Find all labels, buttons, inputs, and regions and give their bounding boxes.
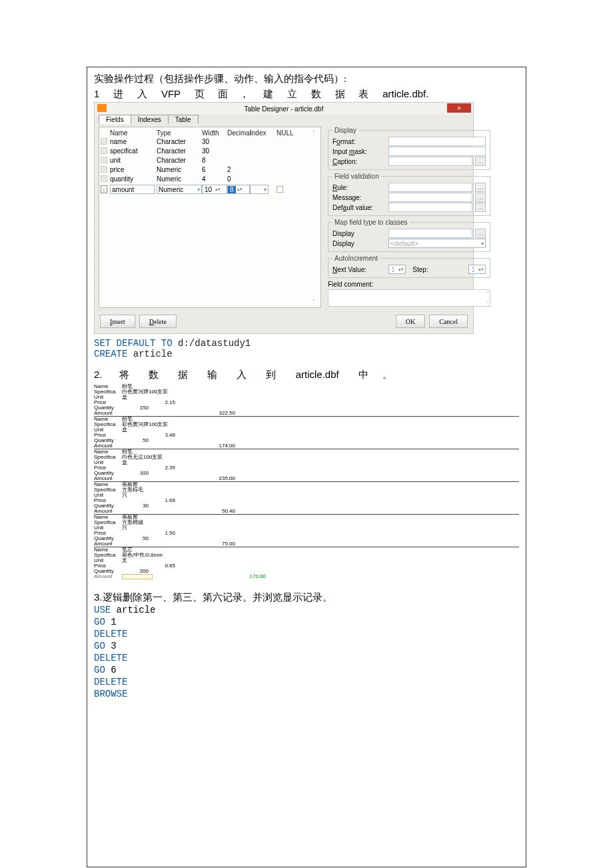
mask-input[interactable] [388,147,486,156]
legend: Field validation [332,173,381,180]
cell: 8 [202,157,227,164]
window-title: Table Designer - article.dbf [245,105,324,113]
col-null: NULL [277,129,299,137]
scroll-down-icon[interactable]: ˅ [486,301,489,307]
next-spinner[interactable]: 1▴▾ [388,265,406,274]
t: 据 [178,369,188,380]
t: 数 [311,88,321,99]
grid-header: Name Type Width Decimal Index NULL [99,127,320,137]
vfp-icon [97,104,107,112]
cell: 6 [202,166,227,173]
cancel-button[interactable]: Cancel [429,315,468,328]
display-group: Display Format: Input mask: Caption:… [328,127,490,170]
document-title: 实验操作过程（包括操作步骤、动作、输入的指令代码）: [94,73,519,85]
field-row[interactable]: name Character 30 [99,137,320,146]
tab-indexes[interactable]: Indexes [131,115,169,124]
scroll-up-icon[interactable]: ˄ [312,130,319,136]
default-browse-button[interactable]: … [475,203,486,212]
t: 1 [94,88,99,99]
spinner-arrows-icon[interactable]: ▴▾ [477,267,485,271]
cell: Character [157,138,202,145]
spin-value: 10 [203,186,214,193]
comment-textarea[interactable] [328,289,490,307]
row-move-icon[interactable]: ↕ [101,185,107,193]
caption-browse-button[interactable]: … [475,157,486,166]
keyword: CREATE [94,349,133,359]
step-spinner[interactable]: 1▴▾ [468,265,486,274]
type-combo[interactable]: Numeric ▾ [157,185,202,194]
t: 入 [237,369,247,380]
tab-fields[interactable]: Fields [99,115,131,124]
null-checkbox[interactable] [277,186,283,193]
spinner-arrows-icon[interactable]: ▴▾ [397,267,405,271]
row-grip-icon[interactable] [101,166,107,173]
cell: name [110,138,157,145]
row-grip-icon[interactable] [101,138,107,145]
col-index: Index [250,129,277,137]
displaylib-input[interactable] [388,229,472,238]
cell: 30 [202,147,227,155]
caption-label: Caption: [332,158,386,165]
t: article.dbf [296,369,339,380]
spinner-arrows-icon[interactable]: ▴▾ [214,187,222,191]
dialog-buttons: Insert Delete OK Cancel [95,311,473,333]
cell: 4 [202,175,227,183]
rule-input[interactable] [388,183,472,192]
map-group: Map field type to classes Display… Displ… [328,219,490,252]
row-grip-icon[interactable] [101,157,107,163]
message-label: Message: [332,194,386,201]
t: ， [239,88,249,99]
spinner-arrows-icon[interactable]: ▴▾ [236,187,244,191]
comment-label: Field comment: [328,281,490,288]
format-input[interactable] [388,137,486,146]
titlebar: Table Designer - article.dbf × [95,103,473,115]
tab-table[interactable]: Table [168,115,199,124]
field-row[interactable]: price Numeric 6 2 [99,165,320,174]
default-input[interactable] [388,203,472,212]
delete-button[interactable]: Delete [139,315,177,328]
t: 进 [113,88,123,99]
ok-button[interactable]: OK [396,315,425,328]
close-button[interactable]: × [447,103,471,113]
index-combo[interactable]: ▾ [250,185,269,194]
scroll-down-icon[interactable]: ˅ [312,299,319,305]
col-type: Type [157,129,202,137]
insert-button[interactable]: Insert [100,315,135,328]
spin-value: 8 [228,186,236,193]
code-line-1: SET DEFAULT TO d:/datastudy1 [94,338,519,349]
col-decimal: Decimal [227,129,250,137]
caption-input[interactable] [388,157,472,166]
validation-group: Field validation Rule:… Message:… Defaul… [328,173,490,216]
spin-value: 1 [389,266,397,273]
displayclass-label: Display [332,240,386,247]
t: 数 [149,369,159,380]
scroll-up-icon[interactable]: ˄ [486,291,489,297]
properties-panel: Display Format: Input mask: Caption:… Fi… [326,127,490,308]
field-row[interactable]: specificat Character 30 [99,146,320,155]
rule-browse-button[interactable]: … [475,183,486,192]
decimal-spinner[interactable]: 8 ▴▾ [227,185,250,194]
combo-value: <default> [390,240,418,247]
col-width: Width [202,129,227,137]
row-grip-icon[interactable] [101,147,107,154]
field-row[interactable]: quantity Numeric 4 0 [99,174,320,183]
cell: Numeric [157,175,202,183]
mask-label: Input mask: [332,148,386,155]
message-input[interactable] [388,193,472,202]
field-row[interactable]: unit Character 8 [99,155,320,165]
displayclass-combo[interactable]: <default>▾ [388,239,486,248]
t: 入 [137,88,147,99]
field-row-editing[interactable]: ↕ Numeric ▾ 10 ▴▾ 8 ▴▾ ▾ [99,183,320,195]
field-name-input[interactable] [110,185,155,194]
message-browse-button[interactable]: … [475,193,486,202]
code-line-2: CREATE article [94,349,519,359]
width-spinner[interactable]: 10 ▴▾ [202,185,227,194]
keyword: SET DEFAULT TO [94,338,178,349]
cell: Character [157,147,202,155]
records-listing: Name粉笔Specifica白色黄河牌100支装Unit盒Price2.15Q… [94,384,519,579]
row-grip-icon[interactable] [101,175,107,182]
step-label: Step: [412,266,466,273]
legend: AutoIncrement [332,255,380,262]
displaylib-browse-button[interactable]: … [475,229,486,238]
t: 中 [358,369,368,380]
